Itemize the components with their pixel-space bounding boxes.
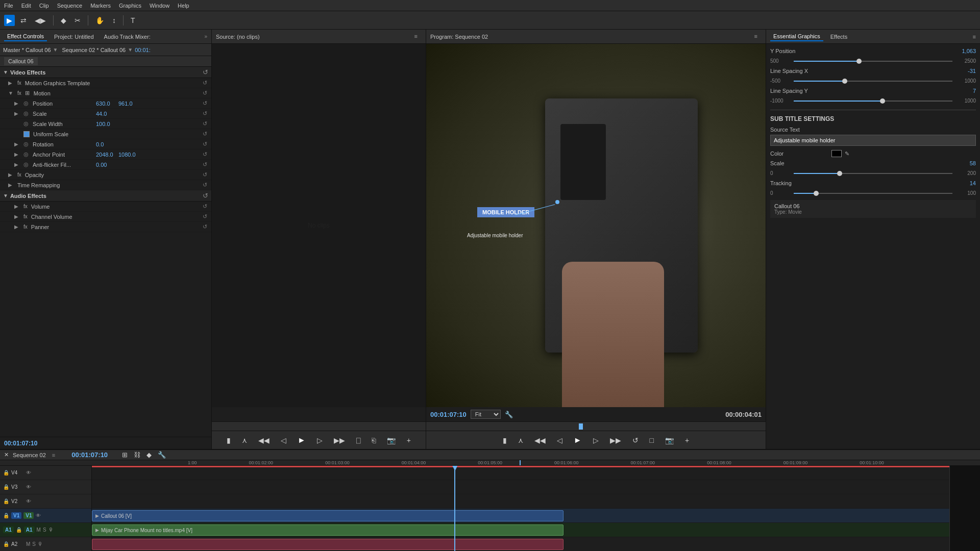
tracking-slider[interactable]: 0 100	[770, 190, 976, 196]
a1-s[interactable]: S	[43, 527, 46, 533]
lsx-thumb[interactable]	[842, 79, 847, 84]
y-pos-thumb[interactable]	[856, 59, 862, 64]
seq-caret[interactable]: ▼	[128, 47, 133, 53]
timeline-ruler[interactable]: 1:00 00:01:02:00 00:01:03:00 00:01:04:00…	[0, 460, 980, 466]
prog-mark-in[interactable]: ▮	[500, 435, 510, 446]
a2-s[interactable]: S	[32, 541, 36, 547]
tab-effects[interactable]: Effects	[827, 33, 850, 41]
text-tool[interactable]: T	[128, 15, 138, 26]
scale-width-value[interactable]: 100.0	[96, 121, 116, 127]
prog-prev-frame[interactable]: ◁	[554, 435, 566, 446]
menu-graphics[interactable]: Graphics	[119, 3, 141, 9]
a1-lock[interactable]: 🔒	[16, 527, 22, 533]
vol-reset[interactable]: ↺	[203, 203, 207, 210]
source-step-back[interactable]: ◁	[278, 435, 289, 446]
scale-reset[interactable]: ↺	[203, 110, 207, 117]
lsy-thumb[interactable]	[880, 98, 885, 104]
prog-step-fwd[interactable]: ▶▶	[607, 435, 624, 446]
mg-reset-icon[interactable]: ↺	[203, 80, 207, 86]
zoom-tool[interactable]: ↕	[110, 15, 118, 26]
prog-add[interactable]: +	[682, 435, 692, 446]
tr-reset[interactable]: ↺	[203, 182, 207, 188]
prog-safe-margin[interactable]: □	[647, 435, 657, 446]
panel-expand-icon[interactable]: »	[204, 34, 207, 39]
v2-eye[interactable]: 👁	[26, 498, 31, 504]
eg-scale-track[interactable]	[794, 173, 952, 174]
prog-step-back[interactable]: ◀◀	[531, 435, 549, 446]
menu-clip[interactable]: Clip	[39, 3, 49, 9]
slip-tool[interactable]: ✂	[72, 15, 83, 26]
sw-reset[interactable]: ↺	[203, 120, 207, 127]
tracking-thumb[interactable]	[814, 191, 819, 196]
fit-select[interactable]: Fit 25% 50% 75% 100%	[471, 410, 501, 419]
lsy-value[interactable]: 7	[973, 88, 976, 94]
program-monitor-menu[interactable]: ≡	[750, 30, 762, 44]
seq-menu-icon[interactable]: ≡	[52, 452, 55, 458]
track-select-tool[interactable]: ⇄	[18, 15, 29, 26]
track-v4-content[interactable]	[92, 466, 949, 480]
source-play[interactable]: ►	[295, 434, 309, 446]
color-swatch[interactable]	[831, 150, 842, 157]
wrench-icon[interactable]: 🔧	[505, 411, 513, 418]
seq-link-btn[interactable]: ⛓	[132, 450, 142, 460]
time-remap-row[interactable]: ▶ Time Remapping ↺	[0, 180, 211, 190]
seq-wrench[interactable]: 🔧	[156, 450, 168, 460]
rotation-value[interactable]: 0.0	[96, 141, 116, 147]
source-camera[interactable]: 📷	[384, 435, 399, 446]
close-sequence-btn[interactable]: ✕	[4, 452, 9, 458]
lsx-track[interactable]	[794, 81, 952, 82]
pos-stopwatch[interactable]: ◎	[23, 100, 29, 107]
menu-sequence[interactable]: Sequence	[57, 3, 83, 9]
channel-volume-row[interactable]: ▶ fx Channel Volume ↺	[0, 212, 211, 222]
video-effects-reset[interactable]: ↺	[203, 68, 208, 76]
eg-scale-slider[interactable]: 0 200	[770, 170, 976, 176]
lsx-slider[interactable]: -500 1000	[770, 78, 976, 84]
source-lift[interactable]: ⎕	[353, 435, 363, 446]
razor-tool[interactable]: ◆	[58, 15, 69, 26]
audio-effects-header[interactable]: ▼ Audio Effects ↺	[0, 190, 211, 202]
position-y[interactable]: 961.0	[118, 101, 139, 107]
tracking-value[interactable]: 14	[970, 180, 976, 186]
pos-reset[interactable]: ↺	[203, 100, 207, 107]
scale-stopwatch[interactable]: ◎	[23, 110, 29, 117]
clip-video[interactable]: ▶ Mijay Car Phone Mount no titles.mp4 [V…	[92, 524, 564, 536]
v1-active-badge2[interactable]: V1	[23, 512, 34, 519]
clip-callout[interactable]: ▶ Callout 06 [V]	[92, 510, 564, 521]
program-timecode-out[interactable]: 00:00:04:01	[725, 411, 762, 418]
prog-play[interactable]: ►	[571, 434, 585, 446]
a1-mic[interactable]: 🎙	[48, 527, 54, 533]
track-a2-content[interactable]	[92, 537, 949, 551]
anc-stopwatch[interactable]: ◎	[23, 151, 29, 158]
tracking-track[interactable]	[794, 193, 952, 194]
y-position-value[interactable]: 1,063	[962, 48, 976, 54]
tab-project[interactable]: Project: Untitled	[51, 33, 97, 41]
source-add[interactable]: +	[404, 435, 414, 446]
panner-row[interactable]: ▶ fx Panner ↺	[0, 222, 211, 232]
source-extract[interactable]: ⎗	[369, 435, 379, 446]
volume-row[interactable]: ▶ fx Volume ↺	[0, 202, 211, 212]
prog-next-frame[interactable]: ▷	[590, 435, 602, 446]
anchor-x[interactable]: 2048.0	[96, 152, 116, 158]
tab-essential-graphics[interactable]: Essential Graphics	[770, 32, 823, 41]
effect-content[interactable]: ▼ Video Effects ↺ ▶ fx Motion Graphics T…	[0, 67, 211, 437]
source-insert[interactable]: ◀◀	[255, 435, 273, 446]
us-reset[interactable]: ↺	[203, 131, 207, 137]
v1-lock[interactable]: 🔒	[3, 513, 9, 518]
source-mark-out[interactable]: ⋏	[239, 435, 250, 446]
rot-reset[interactable]: ↺	[203, 141, 207, 147]
a1-inner-badge[interactable]: A1	[24, 527, 35, 533]
program-timecode-in[interactable]: 00:01:07:10	[430, 411, 467, 418]
a1-active-badge[interactable]: A1	[3, 527, 14, 533]
prog-mark-out[interactable]: ⋏	[515, 435, 526, 446]
y-position-slider[interactable]: 500 2500	[770, 58, 976, 64]
sw-stopwatch[interactable]: ◎	[23, 120, 29, 127]
op-reset[interactable]: ↺	[203, 171, 207, 178]
opacity-row[interactable]: ▶ fx Opacity ↺	[0, 170, 211, 180]
af-value[interactable]: 0.00	[96, 162, 116, 168]
seq-timecode[interactable]: 00:01:07:10	[71, 451, 108, 459]
clip-audio1[interactable]	[92, 539, 564, 550]
video-effects-header[interactable]: ▼ Video Effects ↺	[0, 67, 211, 78]
v3-eye[interactable]: 👁	[26, 484, 31, 490]
anc-reset[interactable]: ↺	[203, 151, 207, 158]
ae-reset[interactable]: ↺	[203, 192, 208, 199]
